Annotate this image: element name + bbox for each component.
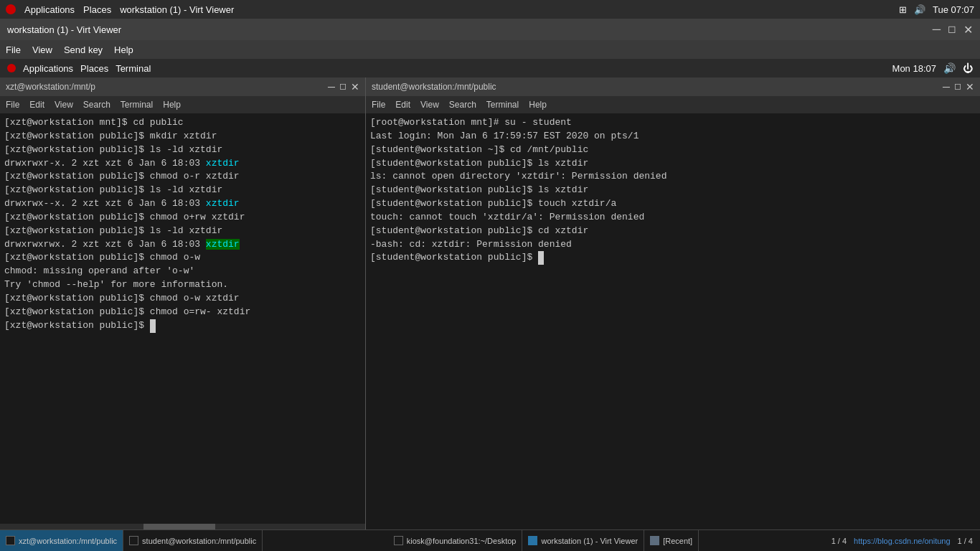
guest-app-icon — [7, 64, 16, 72]
taskbar-item-5[interactable]: [Recent] — [644, 530, 699, 551]
left-line-8: [xzt@workstation public]$ chmod o+rw xzt… — [4, 211, 361, 225]
close-button[interactable]: ✕ — [963, 23, 973, 37]
right-menu-search[interactable]: Search — [449, 100, 476, 110]
taskbar-item-5-icon — [650, 536, 659, 545]
taskbar-item-1-label: xzt@workstation:/mnt/public — [19, 537, 117, 545]
left-menu-search[interactable]: Search — [83, 100, 110, 110]
right-line-8: touch: cannot touch 'xztdir/a': Permissi… — [370, 211, 976, 225]
left-line-1: [xzt@workstation mnt]$ cd public — [4, 116, 361, 130]
xztdir-label-1: xztdir — [206, 158, 240, 169]
places-menu[interactable]: Places — [83, 4, 111, 15]
right-line-5: ls: cannot open directory 'xztdir': Perm… — [370, 170, 976, 184]
virt-window-title: workstation (1) - Virt Viewer — [7, 24, 121, 35]
taskbar-item-3-label: kiosk@foundation31:~/Desktop — [407, 537, 517, 545]
left-terminal-title-bar: xzt@workstation:/mnt/p ─ ◻ ✕ — [0, 77, 365, 96]
right-menu-edit[interactable]: Edit — [395, 100, 410, 110]
virt-menu-bar: File View Send key Help — [0, 40, 980, 59]
left-menu-terminal[interactable]: Terminal — [121, 100, 153, 110]
left-line-3: [xzt@workstation public]$ ls -ld xztdir — [4, 143, 361, 157]
right-terminal-menu: File Edit View Search Terminal Help — [366, 96, 980, 113]
taskbar-page-info: 1 / 4 — [831, 537, 847, 545]
right-terminal-minimize[interactable]: ─ — [943, 81, 950, 93]
left-line-4: drwxrwxr-x. 2 xzt xzt 6 Jan 6 18:03 xztd… — [4, 157, 361, 171]
virt-menu-view[interactable]: View — [32, 44, 52, 55]
guest-power-icon: ⏻ — [963, 62, 973, 74]
right-line-6: [student@workstation public]$ ls xztdir — [370, 184, 976, 197]
taskbar-item-1[interactable]: xzt@workstation:/mnt/public — [0, 530, 123, 551]
virt-window-controls: ─ ◻ ✕ — [933, 23, 973, 37]
right-line-9: [student@workstation public]$ cd xztdir — [370, 225, 976, 238]
taskbar-item-4[interactable]: workstation (1) - Virt Viewer — [522, 530, 644, 551]
right-line-10: -bash: cd: xztdir: Permission denied — [370, 238, 976, 252]
right-terminal-title: student@workstation:/mnt/public — [372, 82, 496, 92]
guest-os-bar: Applications Places Terminal Mon 18:07 🔊… — [0, 59, 980, 77]
left-terminal-body[interactable]: [xzt@workstation mnt]$ cd public [xzt@wo… — [0, 113, 365, 524]
left-line-11: [xzt@workstation public]$ chmod o-w — [4, 251, 361, 265]
left-menu-help[interactable]: Help — [163, 100, 181, 110]
right-menu-terminal[interactable]: Terminal — [486, 100, 519, 110]
taskbar-left: xzt@workstation:/mnt/public student@work… — [0, 530, 263, 551]
xztdir-label-3: xztdir — [206, 239, 240, 250]
right-menu-file[interactable]: File — [372, 100, 385, 110]
left-line-16: [xzt@workstation public]$ — [4, 319, 361, 333]
right-terminal-window: student@workstation:/mnt/public ─ ◻ ✕ Fi… — [366, 77, 980, 529]
left-line-13: Try 'chmod --help' for more information. — [4, 278, 361, 292]
right-terminal-title-bar: student@workstation:/mnt/public ─ ◻ ✕ — [366, 77, 980, 96]
guest-places[interactable]: Places — [80, 63, 108, 74]
guest-terminal-menu[interactable]: Terminal — [116, 63, 151, 74]
taskbar-item-3[interactable]: kiosk@foundation31:~/Desktop — [388, 530, 523, 551]
left-menu-view[interactable]: View — [55, 100, 73, 110]
display-icon: ⊞ — [899, 4, 907, 15]
xztdir-label-2: xztdir — [206, 198, 240, 209]
guest-clock: Mon 18:07 — [892, 63, 936, 74]
restore-button[interactable]: ◻ — [948, 23, 956, 37]
left-line-10: drwxrwxrwx. 2 xzt xzt 6 Jan 6 18:03 xztd… — [4, 238, 361, 252]
virt-menu-help[interactable]: Help — [114, 44, 133, 55]
right-terminal-maximize[interactable]: ◻ — [954, 81, 961, 93]
applications-menu[interactable]: Applications — [24, 4, 75, 15]
taskbar-item-2-label: student@workstation:/mnt/public — [142, 537, 256, 545]
left-line-14: [xzt@workstation public]$ chmod o-w xztd… — [4, 292, 361, 306]
left-menu-edit[interactable]: Edit — [29, 100, 44, 110]
left-cursor — [150, 319, 156, 333]
virt-title-bar: workstation (1) - Virt Viewer ─ ◻ ✕ — [0, 19, 980, 40]
right-line-3: [student@workstation ~]$ cd /mnt/public — [370, 143, 976, 157]
virt-menu-file[interactable]: File — [6, 44, 21, 55]
taskbar-item-2[interactable]: student@workstation:/mnt/public — [123, 530, 263, 551]
volume-icon: 🔊 — [914, 4, 925, 15]
left-terminal-menu: File Edit View Search Terminal Help — [0, 96, 365, 113]
taskbar: xzt@workstation:/mnt/public student@work… — [0, 529, 980, 551]
guest-applications[interactable]: Applications — [23, 63, 73, 74]
left-menu-file[interactable]: File — [6, 100, 19, 110]
taskbar-item-4-icon — [528, 536, 537, 545]
guest-os-bar-left: Applications Places Terminal — [7, 63, 151, 74]
minimize-button[interactable]: ─ — [933, 23, 941, 37]
right-terminal-body[interactable]: [root@workstation mnt]# su - student Las… — [366, 113, 980, 529]
system-bar: Applications Places workstation (1) - Vi… — [0, 0, 980, 19]
left-line-12: chmod: missing operand after 'o-w' — [4, 265, 361, 278]
taskbar-right: 1 / 4 https://blog.csdn.ne/onitung 1 / 4 — [824, 537, 980, 545]
taskbar-url: https://blog.csdn.ne/onitung — [854, 537, 951, 545]
left-terminal-close[interactable]: ✕ — [351, 81, 359, 93]
right-line-2: Last login: Mon Jan 6 17:59:57 EST 2020 … — [370, 130, 976, 143]
right-terminal-controls: ─ ◻ ✕ — [943, 81, 974, 93]
app-icon — [6, 4, 16, 14]
right-menu-help[interactable]: Help — [529, 100, 547, 110]
right-line-7: [student@workstation public]$ touch xztd… — [370, 197, 976, 211]
virt-viewer-window: workstation (1) - Virt Viewer ─ ◻ ✕ File… — [0, 19, 980, 551]
right-menu-view[interactable]: View — [420, 100, 439, 110]
left-terminal-window: xzt@workstation:/mnt/p ─ ◻ ✕ File Edit V… — [0, 77, 366, 529]
right-terminal-close[interactable]: ✕ — [966, 81, 974, 93]
virt-menu-sendkey[interactable]: Send key — [64, 44, 103, 55]
left-terminal-maximize[interactable]: ◻ — [339, 81, 347, 93]
left-scroll-thumb[interactable] — [143, 524, 215, 529]
left-scrollbar[interactable] — [0, 524, 365, 529]
window-title-top: workstation (1) - Virt Viewer — [120, 4, 234, 15]
taskbar-item-1-icon — [6, 536, 15, 545]
right-cursor — [538, 251, 544, 265]
left-terminal-minimize[interactable]: ─ — [328, 81, 335, 93]
system-bar-left: Applications Places workstation (1) - Vi… — [6, 4, 234, 15]
left-line-5: [xzt@workstation public]$ chmod o-r xztd… — [4, 170, 361, 184]
guest-os-bar-right: Mon 18:07 🔊 ⏻ — [892, 62, 973, 74]
taskbar-item-4-label: workstation (1) - Virt Viewer — [541, 537, 638, 545]
